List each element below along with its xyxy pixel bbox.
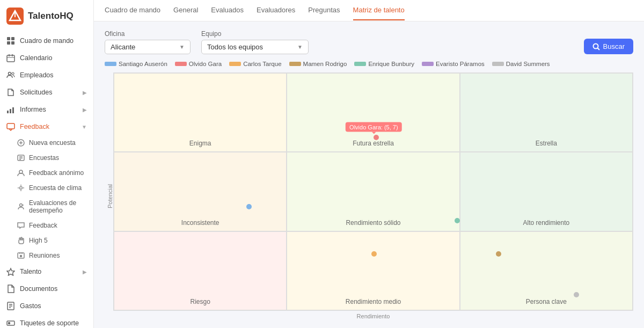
cell-label-alto: Alto rendimiento (523, 219, 569, 227)
main-content: Cuadro de mando General Evaluados Evalua… (94, 0, 644, 328)
message-icon (6, 122, 15, 131)
cell-label-inconsistente: Inconsistente (181, 219, 219, 227)
data-point-santiago[interactable] (246, 204, 252, 209)
top-navigation: Cuadro de mando General Evaluados Evalua… (94, 0, 644, 21)
tab-preguntas[interactable]: Preguntas (308, 1, 340, 20)
sidebar-item-feedback[interactable]: Feedback ▼ (0, 118, 93, 135)
anon-icon (17, 169, 25, 177)
data-point-david[interactable] (574, 292, 579, 297)
sub-high5[interactable]: High 5 (0, 233, 93, 248)
sidebar-label-cuadro: Cuadro de mando (20, 37, 74, 45)
cell-alto-rendimiento: Alto rendimiento (460, 152, 633, 231)
sub-label-clima: Encuesta de clima (29, 184, 82, 192)
data-point-olvido[interactable]: Olvido Gara: (5, 7) (374, 135, 379, 140)
legend-label-1: Olvido Gara (189, 61, 222, 67)
sub-nueva-encuesta[interactable]: Nueva encuesta (0, 135, 93, 150)
svg-rect-13 (7, 111, 9, 113)
filters-row: Oficina Alicante ▼ Equipo Todos los equi… (105, 30, 633, 54)
search-icon (592, 43, 600, 50)
data-point-carlos1[interactable] (371, 251, 377, 257)
sidebar-item-solicitudes[interactable]: Solicitudes ▶ (0, 84, 93, 101)
team-label: Equipo (201, 30, 309, 38)
legend-dot-1 (175, 62, 187, 66)
x-axis-label: Rendimiento (113, 311, 633, 319)
high5-icon (17, 237, 25, 244)
eval-icon (17, 203, 25, 210)
sub-feedback-anonimo[interactable]: Feedback anónimo (0, 165, 93, 180)
office-select[interactable]: Alicante ▼ (105, 40, 191, 54)
legend-dot-3 (289, 62, 301, 66)
team-select[interactable]: Todos los equipos ▼ (201, 40, 309, 54)
cell-estrella: Estrella (460, 73, 633, 152)
sub-reuniones[interactable]: Reuniones (0, 248, 93, 263)
cell-futura-estrella: Futura estrella (287, 73, 459, 152)
chart-legend: Santiago Auserón Olvido Gara Carlos Tarq… (105, 61, 633, 67)
list-icon (17, 154, 25, 162)
sub-label-high5: High 5 (29, 237, 48, 244)
sub-label-evaluaciones: Evaluaciones de desempeño (29, 199, 87, 214)
sub-encuestas[interactable]: Encuestas (0, 150, 93, 165)
svg-point-35 (20, 256, 22, 257)
logo: TalentoHQ (0, 0, 93, 32)
tab-evaluadores[interactable]: Evaluadores (257, 1, 295, 20)
svg-point-44 (593, 43, 598, 48)
sidebar-item-talento[interactable]: Talento ▶ (0, 263, 93, 280)
sidebar-item-documentos[interactable]: Documentos (0, 280, 93, 297)
sidebar-label-solicitudes: Solicitudes (20, 89, 52, 96)
cell-label-riesgo: Riesgo (190, 298, 210, 305)
sub-encuesta-clima[interactable]: Encuesta de clima (0, 180, 93, 195)
cell-rendimiento-medio: Rendimiento medio (287, 231, 459, 310)
sub-label-feedback: Feedback (29, 222, 57, 229)
sidebar-item-gastos[interactable]: Gastos (0, 297, 93, 315)
data-point-enrique[interactable] (455, 218, 460, 223)
team-value: Todos los equipos (207, 43, 263, 51)
svg-rect-15 (12, 107, 14, 113)
search-button[interactable]: Buscar (584, 39, 633, 54)
sidebar-item-empleados[interactable]: Empleados (0, 67, 93, 84)
cell-persona-clave: Persona clave (460, 231, 633, 310)
svg-rect-5 (7, 41, 10, 45)
tab-general[interactable]: General (173, 1, 198, 20)
team-filter: Equipo Todos los equipos ▼ (201, 30, 309, 54)
office-label: Oficina (105, 30, 191, 38)
matrix-area: Enigma Futura estrella Estrella Inconsis… (113, 72, 633, 319)
sidebar-label-feedback: Feedback (20, 123, 49, 130)
legend-item-6: David Summers (492, 61, 550, 67)
sidebar-item-informes[interactable]: Informes ▶ (0, 101, 93, 118)
sidebar-item-cuadro[interactable]: Cuadro de mando (0, 32, 93, 49)
sidebar-label-informes: Informes (20, 106, 46, 113)
svg-rect-4 (11, 37, 14, 40)
tab-matriz[interactable]: Matriz de talento (353, 1, 405, 20)
legend-item-3: Mamen Rodrigo (289, 61, 347, 67)
sidebar-label-documentos: Documentos (20, 285, 57, 293)
solicitudes-arrow: ▶ (83, 90, 87, 96)
grid-icon (6, 37, 15, 45)
cell-label-futura: Futura estrella (353, 140, 394, 147)
svg-rect-16 (7, 123, 14, 129)
people-icon (6, 71, 15, 79)
feedback-submenu: Nueva encuesta Encuestas Feedback anónim… (0, 135, 93, 263)
sidebar-item-calendario[interactable]: Calendario (0, 49, 93, 67)
cell-rendimiento-solido: Rendimiento sólido (287, 152, 459, 231)
sidebar-label-gastos: Gastos (20, 302, 41, 310)
logo-talento: Talento (28, 11, 60, 21)
talento-arrow: ▶ (83, 269, 87, 275)
svg-point-42 (9, 323, 10, 324)
sidebar-item-tiquetes[interactable]: Tiquetes de soporte (0, 315, 93, 328)
content-area: Oficina Alicante ▼ Equipo Todos los equi… (94, 21, 644, 328)
logo-hq: HQ (60, 11, 74, 21)
sidebar-label-talento: Talento (20, 268, 41, 275)
legend-item-5: Evaristo Páramos (422, 61, 485, 67)
team-arrow: ▼ (297, 44, 303, 50)
legend-item-1: Olvido Gara (175, 61, 222, 67)
data-point-mamen[interactable] (496, 251, 501, 257)
sub-evaluaciones[interactable]: Evaluaciones de desempeño (0, 195, 93, 218)
cell-label-solido: Rendimiento sólido (346, 219, 400, 227)
calendar-icon (6, 54, 15, 62)
receipt-icon (6, 302, 15, 310)
svg-rect-6 (11, 41, 14, 45)
tab-evaluados[interactable]: Evaluados (211, 1, 244, 20)
ticket-icon (6, 319, 15, 327)
sub-feedback[interactable]: Feedback (0, 218, 93, 233)
tab-cuadro[interactable]: Cuadro de mando (105, 1, 160, 20)
